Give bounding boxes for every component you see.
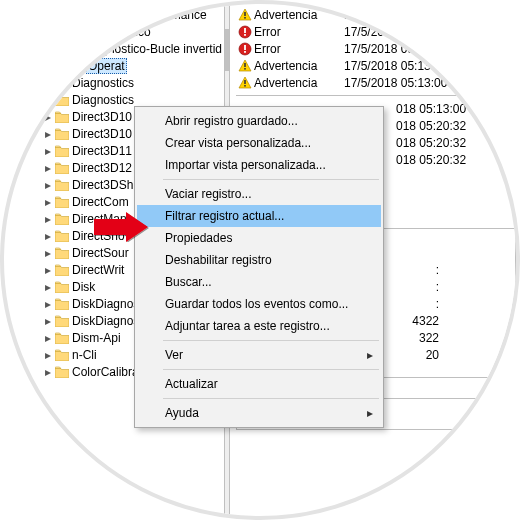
svg-rect-13 xyxy=(69,45,78,46)
expand-caret-icon[interactable]: ▸ xyxy=(42,280,54,294)
folder-icon xyxy=(54,264,70,276)
svg-rect-14 xyxy=(69,47,78,48)
event-row[interactable]: Advertencia17/ xyxy=(236,6,520,23)
svg-rect-32 xyxy=(244,80,246,84)
tree-item-label: Diagnostics-Performance xyxy=(70,8,209,22)
svg-rect-19 xyxy=(74,66,80,67)
expand-caret-icon[interactable]: ▸ xyxy=(42,348,54,362)
expand-caret-icon[interactable]: ▸ xyxy=(42,76,54,90)
event-row[interactable]: Advertencia17/5/2018 05:13:00 xyxy=(236,74,520,91)
expand-caret-icon[interactable]: ▸ xyxy=(42,212,54,226)
menu-item[interactable]: Importar vista personalizada... xyxy=(137,154,381,176)
log-icon xyxy=(54,0,70,5)
menu-item[interactable]: Ayuda▸ xyxy=(137,402,381,424)
menu-item[interactable]: Actualizar xyxy=(137,373,381,395)
tree-item[interactable]: ▸Diagnostics xyxy=(14,74,224,91)
menu-item[interactable]: Ver▸ xyxy=(137,344,381,366)
expand-caret-icon[interactable]: ▸ xyxy=(42,365,54,379)
tree-scrollbar-thumb[interactable] xyxy=(225,29,229,71)
svg-rect-4 xyxy=(56,8,68,21)
menu-item[interactable]: Crear vista personalizada... xyxy=(137,132,381,154)
tree-item[interactable]: tics-Networking xyxy=(14,0,224,6)
folder-icon xyxy=(54,366,70,378)
menu-item-label: Propiedades xyxy=(165,231,232,245)
folder-icon xyxy=(54,128,70,140)
expand-caret-icon[interactable]: ▸ xyxy=(42,314,54,328)
menu-item[interactable]: Filtrar registro actual... xyxy=(137,205,381,227)
expand-caret-icon[interactable]: ▸ xyxy=(42,161,54,175)
event-row[interactable]: Advertencia17/5/2018 05:13: xyxy=(236,57,520,74)
tree-item-label: DirectWrit xyxy=(70,263,126,277)
expand-caret-icon[interactable]: ▸ xyxy=(42,229,54,243)
folder-icon xyxy=(54,349,70,361)
log-icon xyxy=(70,59,86,73)
expand-caret-icon[interactable]: ▸ xyxy=(42,195,54,209)
event-date: 17/5/201 xyxy=(344,25,504,39)
menu-separator xyxy=(163,179,379,180)
svg-rect-18 xyxy=(74,64,83,65)
expand-caret-icon[interactable]: ▸ xyxy=(42,331,54,345)
submenu-arrow-icon: ▸ xyxy=(367,406,373,420)
menu-item[interactable]: Abrir registro guardado... xyxy=(137,110,381,132)
tree-item[interactable]: Diagnóstico-Bucle invertid xyxy=(14,40,224,57)
menu-item[interactable]: Guardar todos los eventos como... xyxy=(137,293,381,315)
menu-item-label: Actualizar xyxy=(165,377,218,391)
tree-item-label: DirectCom xyxy=(70,195,131,209)
tree-item-label: Direct3D12 xyxy=(70,161,134,175)
expand-caret-icon[interactable]: ▸ xyxy=(42,144,54,158)
event-date: 018 05:20:32 xyxy=(396,119,466,133)
annotation-arrow-icon xyxy=(94,212,149,245)
menu-item-label: Crear vista personalizada... xyxy=(165,136,311,150)
expand-caret-icon[interactable]: ▸ xyxy=(42,246,54,260)
tree-item[interactable]: ▸Diagnostics-Performance xyxy=(14,6,224,23)
tree-item[interactable]: Operat xyxy=(14,57,224,74)
event-row[interactable]: Error17/5/2018 05: xyxy=(236,40,520,57)
folder-icon xyxy=(54,247,70,259)
menu-item[interactable]: Adjuntar tarea a este registro... xyxy=(137,315,381,337)
log-icon xyxy=(70,25,86,39)
event-row[interactable]: Error17/5/201 xyxy=(236,23,520,40)
menu-item[interactable]: Buscar... xyxy=(137,271,381,293)
folder-icon xyxy=(54,162,70,174)
expand-caret-icon[interactable]: ▸ xyxy=(42,110,54,124)
event-date: 17/5/2018 05:13: xyxy=(344,59,504,73)
folder-icon xyxy=(54,94,70,106)
menu-item[interactable]: Propiedades xyxy=(137,227,381,249)
log-icon xyxy=(66,42,81,56)
svg-rect-11 xyxy=(74,32,80,33)
svg-rect-9 xyxy=(74,28,83,29)
context-menu: Abrir registro guardado...Crear vista pe… xyxy=(134,106,384,428)
expand-caret-icon[interactable]: ▸ xyxy=(42,127,54,141)
expand-caret-icon[interactable]: ▸ xyxy=(42,263,54,277)
tree-item-label: Diagnóstico-Bucle invertid xyxy=(81,42,224,56)
warning-icon xyxy=(236,0,254,5)
menu-item[interactable]: Deshabilitar registro xyxy=(137,249,381,271)
event-level: Error xyxy=(254,42,344,56)
menu-item-label: Ayuda xyxy=(165,406,199,420)
folder-icon xyxy=(54,281,70,293)
folder-icon xyxy=(54,111,70,123)
svg-rect-22 xyxy=(244,12,246,16)
tree-item-label: Direct3D11 xyxy=(70,144,134,158)
menu-separator xyxy=(163,369,379,370)
menu-item-label: Abrir registro guardado... xyxy=(165,114,298,128)
tree-item-label: Direct3D10 xyxy=(70,127,134,141)
tree-item[interactable]: Diagnóstico xyxy=(14,23,224,40)
folder-icon xyxy=(54,196,70,208)
event-date: 17/ xyxy=(344,8,504,22)
svg-rect-0 xyxy=(56,0,68,4)
svg-rect-10 xyxy=(74,30,83,31)
folder-icon xyxy=(54,315,70,327)
expand-caret-icon[interactable]: ▸ xyxy=(42,297,54,311)
expand-caret-icon[interactable]: ▸ xyxy=(42,8,54,22)
tree-item-label: DiskDiagnos xyxy=(70,314,141,328)
tree-item-label: Dism-Api xyxy=(70,331,123,345)
tree-item-label: tics-Networking xyxy=(70,0,156,5)
svg-rect-28 xyxy=(244,45,246,50)
menu-item[interactable]: Vaciar registro... xyxy=(137,183,381,205)
expand-caret-icon[interactable]: ▸ xyxy=(42,178,54,192)
error-icon xyxy=(236,25,254,39)
error-icon xyxy=(236,42,254,56)
expand-caret-icon[interactable]: ▸ xyxy=(42,93,54,107)
tree-item-label: Diagnostics xyxy=(70,93,136,107)
